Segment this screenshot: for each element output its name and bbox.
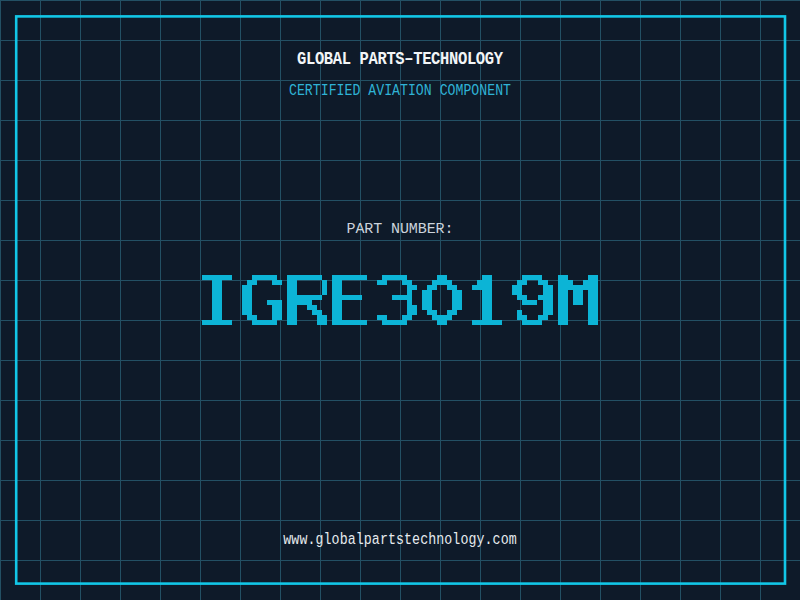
svg-text:www.globalpartstechnology.com: www.globalpartstechnology.com (283, 531, 516, 548)
svg-text:GLOBAL PARTS–TECHNOLOGY: GLOBAL PARTS–TECHNOLOGY (297, 49, 504, 69)
svg-text:CERTIFIED AVIATION COMPONENT: CERTIFIED AVIATION COMPONENT (289, 82, 511, 99)
svg-text:PART NUMBER:: PART NUMBER: (347, 221, 454, 238)
